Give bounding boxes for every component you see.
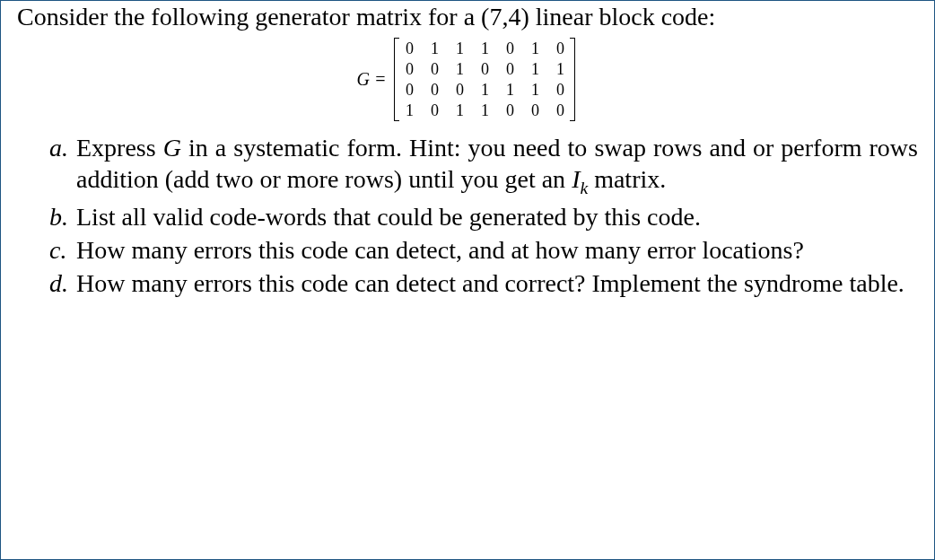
intro-text: Consider the following generator matrix …	[17, 1, 918, 32]
problem-d-text: How many errors this code can detect and…	[76, 269, 904, 297]
marker-b: b.	[49, 201, 68, 232]
generator-matrix-equation: G = 0 1 1 1 0 1 0 0 0 1 0 0 1 1 0 0 0	[17, 38, 918, 121]
page-border: Consider the following generator matrix …	[0, 0, 935, 560]
problem-a: a. Express G in a systematic form. Hint:…	[49, 132, 918, 199]
cell: 0	[504, 40, 515, 57]
problem-c: c. How many errors this code can detect,…	[49, 234, 918, 266]
cell: 0	[555, 40, 565, 57]
cell: 0	[504, 61, 515, 77]
marker-c: c.	[49, 234, 66, 266]
cell: 1	[404, 102, 415, 118]
cell: 1	[555, 61, 565, 77]
cell: 1	[504, 82, 515, 98]
marker-a: a.	[49, 132, 68, 163]
problem-b-text: List all valid code-words that could be …	[76, 203, 701, 231]
cell: 1	[454, 102, 465, 118]
problem-c-text: How many errors this code can detect, an…	[76, 236, 804, 264]
cell: 0	[555, 82, 565, 98]
bracket-right	[571, 38, 578, 121]
cell: 0	[404, 61, 415, 77]
marker-d: d.	[49, 267, 68, 299]
cell: 0	[479, 61, 490, 77]
matrix-label: G =	[357, 69, 387, 90]
cell: 1	[429, 40, 440, 57]
cell: 0	[404, 40, 415, 57]
matrix-content: 0 1 1 1 0 1 0 0 0 1 0 0 1 1 0 0 0 1 1 1	[398, 38, 571, 121]
cell: 1	[479, 82, 490, 98]
cell: 0	[429, 102, 440, 118]
cell: 1	[479, 40, 490, 57]
bracket-left	[391, 38, 398, 121]
cell: 0	[504, 102, 515, 118]
cell: 0	[404, 82, 415, 98]
cell: 1	[529, 40, 540, 57]
cell: 1	[529, 61, 540, 77]
cell: 0	[429, 82, 440, 98]
cell: 1	[529, 82, 540, 98]
cell: 0	[555, 102, 565, 118]
matrix-brackets: 0 1 1 1 0 1 0 0 0 1 0 0 1 1 0 0 0 1 1 1	[391, 38, 578, 121]
problem-d: d. How many errors this code can detect …	[49, 267, 918, 299]
problem-b: b. List all valid code-words that could …	[49, 201, 918, 232]
cell: 1	[454, 61, 465, 77]
cell: 1	[454, 40, 465, 57]
problem-list: a. Express G in a systematic form. Hint:…	[17, 132, 918, 299]
cell: 1	[479, 102, 490, 118]
cell: 0	[529, 102, 540, 118]
cell: 0	[454, 82, 465, 98]
cell: 0	[429, 61, 440, 77]
